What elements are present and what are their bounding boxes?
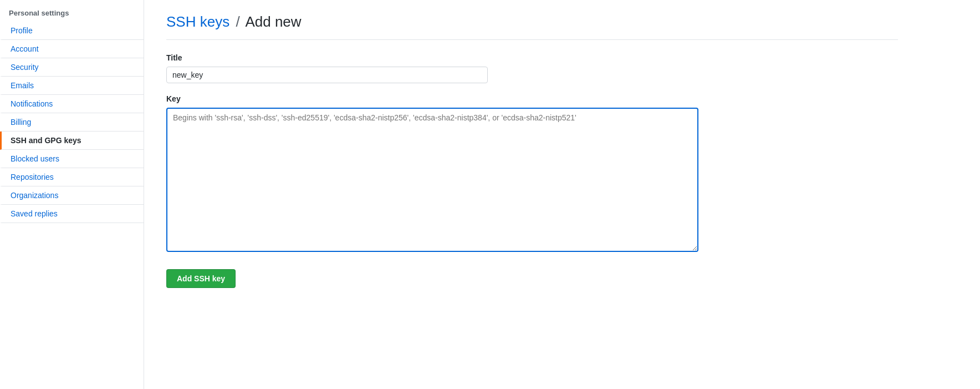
key-form-group: Key (166, 94, 898, 254)
sidebar-item-account[interactable]: Account (0, 40, 144, 58)
sidebar-item-security[interactable]: Security (0, 58, 144, 77)
key-label: Key (166, 94, 898, 103)
main-content: SSH keys / Add new Title Key Add SSH key (144, 0, 920, 389)
title-input[interactable] (166, 67, 488, 83)
sidebar-item-emails[interactable]: Emails (0, 77, 144, 95)
sidebar-item-saved-replies[interactable]: Saved replies (0, 205, 144, 223)
sidebar-item-blocked-users[interactable]: Blocked users (0, 150, 144, 168)
key-textarea[interactable] (166, 108, 698, 252)
sidebar-item-billing[interactable]: Billing (0, 113, 144, 132)
page-title-link[interactable]: SSH keys (166, 13, 229, 30)
sidebar-item-notifications[interactable]: Notifications (0, 95, 144, 113)
sidebar-item-profile[interactable]: Profile (0, 22, 144, 40)
sidebar-header: Personal settings (0, 0, 144, 22)
title-divider (166, 39, 898, 40)
title-label: Title (166, 53, 898, 62)
page-title: SSH keys / Add new (166, 13, 898, 31)
add-ssh-key-button[interactable]: Add SSH key (166, 269, 236, 288)
page-title-rest: Add new (245, 13, 301, 30)
sidebar-item-repositories[interactable]: Repositories (0, 168, 144, 186)
sidebar: Personal settings Profile Account Securi… (0, 0, 144, 389)
sidebar-item-ssh-gpg-keys[interactable]: SSH and GPG keys (0, 132, 144, 150)
sidebar-item-organizations[interactable]: Organizations (0, 186, 144, 205)
page-title-separator: / (236, 13, 239, 30)
title-form-group: Title (166, 53, 898, 83)
add-ssh-key-form: Title Key Add SSH key (166, 53, 898, 288)
